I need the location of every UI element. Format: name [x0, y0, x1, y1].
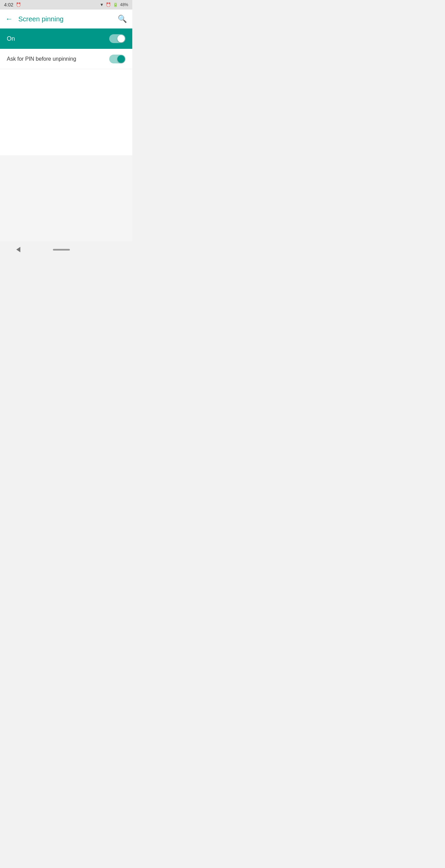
search-icon[interactable]: 🔍 [118, 15, 127, 23]
battery-icon: 🔋 [113, 2, 118, 7]
pin-before-unpinning-label: Ask for PIN before unpinning [7, 56, 76, 62]
wifi-icon: ▼ [100, 2, 104, 7]
content-spacer [0, 155, 132, 241]
pin-before-unpinning-toggle[interactable] [109, 55, 125, 63]
battery-percent: 48% [120, 2, 128, 7]
screen-pinning-toggle-row[interactable]: On [0, 28, 132, 49]
alarm-icon-right: ⏰ [106, 2, 111, 7]
status-bar-right: ▼ ⏰ 🔋 48% [100, 2, 128, 7]
pin-before-unpinning-row[interactable]: Ask for PIN before unpinning [0, 49, 132, 69]
app-bar-left: ← Screen pinning [5, 15, 63, 23]
settings-list: Ask for PIN before unpinning [0, 49, 132, 155]
nav-bar [0, 241, 132, 258]
screen-pinning-toggle[interactable] [109, 34, 125, 43]
status-bar: 4:02 ⏰ ▼ ⏰ 🔋 48% [0, 0, 132, 9]
page-title: Screen pinning [18, 15, 63, 23]
nav-home-button[interactable] [53, 249, 70, 251]
app-bar: ← Screen pinning 🔍 [0, 9, 132, 28]
status-time: 4:02 [4, 2, 13, 7]
toggle-thumb [117, 35, 125, 42]
toggle-thumb-secondary [117, 55, 125, 63]
nav-back-button[interactable] [16, 247, 20, 252]
alarm-icon: ⏰ [16, 2, 21, 7]
screen-pinning-toggle-label: On [7, 35, 15, 42]
status-bar-left: 4:02 ⏰ [4, 2, 21, 7]
back-button[interactable]: ← [5, 15, 13, 23]
